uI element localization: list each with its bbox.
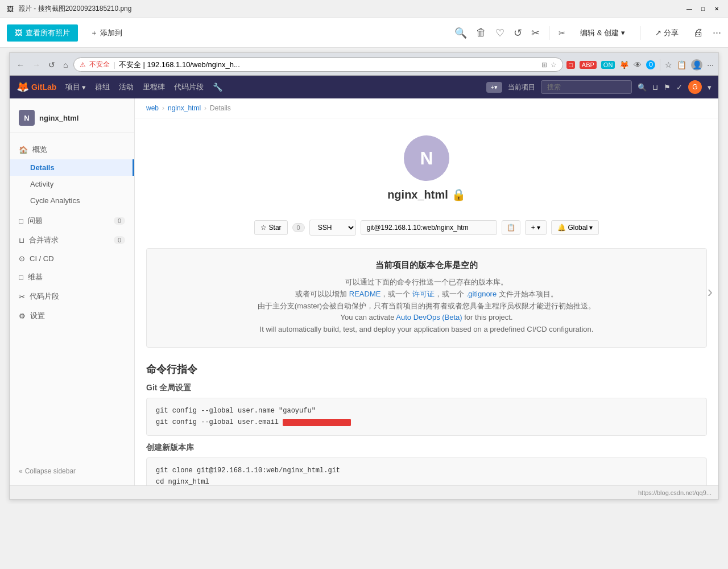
- chevron-down-icon: ▾: [621, 28, 625, 37]
- back-button[interactable]: ←: [14, 59, 27, 71]
- extension-icon-3[interactable]: ON: [601, 61, 615, 69]
- license-link[interactable]: 许可证: [412, 290, 435, 298]
- translate-icon[interactable]: ⊞: [541, 61, 547, 69]
- more-options-icon[interactable]: ···: [713, 27, 721, 39]
- sidebar-item-snippets[interactable]: ✂ 代码片段: [10, 287, 134, 306]
- gitlab-user-avatar[interactable]: G: [688, 80, 702, 94]
- auto-devops-link[interactable]: Auto DevOps (Beta): [396, 313, 462, 321]
- minimize-button[interactable]: —: [685, 5, 694, 14]
- forward-button[interactable]: →: [30, 59, 43, 71]
- gitlab-spanner-icon: 🔧: [213, 83, 222, 92]
- add-to-button[interactable]: ＋ 添加到: [85, 24, 128, 42]
- chevron-icon: ▾: [82, 83, 86, 92]
- rotate-icon[interactable]: ↺: [514, 27, 522, 39]
- extension-icon-6[interactable]: O: [646, 60, 655, 69]
- breadcrumb-nginx-html[interactable]: nginx_html: [168, 104, 201, 112]
- content-area: web › nginx_html › Details N nginx_html …: [135, 98, 718, 485]
- divider: [549, 26, 549, 40]
- crop-icon[interactable]: ✂: [531, 27, 540, 39]
- sidebar-item-activity[interactable]: Activity: [10, 176, 134, 192]
- gitlab-nav-projects[interactable]: 项目 ▾: [65, 82, 86, 92]
- address-input[interactable]: [119, 60, 538, 69]
- breadcrumb-web[interactable]: web: [146, 104, 159, 112]
- gitlab-search-input[interactable]: [541, 80, 632, 94]
- ci-cd-icon: ⊙: [19, 254, 25, 263]
- home-button[interactable]: ⌂: [61, 59, 70, 71]
- current-project-label: 当前项目: [508, 83, 535, 92]
- favorites-icon[interactable]: ☆: [665, 60, 672, 69]
- breadcrumb: web › nginx_html › Details: [135, 98, 718, 118]
- close-button[interactable]: ✕: [712, 5, 721, 14]
- reload-button[interactable]: ↺: [46, 59, 57, 71]
- gitlab-todo-icon[interactable]: ✓: [676, 83, 682, 92]
- gitlab-user-chevron-icon[interactable]: ▾: [708, 83, 712, 92]
- sidebar-item-wiki[interactable]: □ 维基: [10, 267, 134, 287]
- gitlab-search-icon[interactable]: 🔍: [638, 83, 647, 92]
- sidebar-item-ci-cd[interactable]: ⊙ CI / CD: [10, 250, 134, 267]
- gitlab-issues-icon[interactable]: ⚑: [664, 83, 671, 92]
- extension-icon-2[interactable]: ABP: [580, 61, 597, 69]
- add-icon: ＋: [90, 28, 98, 38]
- notify-button[interactable]: 🔔 Global ▾: [551, 220, 599, 235]
- sidebar-item-issues[interactable]: □ 问题 0: [10, 211, 134, 230]
- sidebar-collapse-btn[interactable]: « Collapse sidebar: [10, 463, 134, 480]
- main-layout: N nginx_html 🏠 概览 Details Activity Cycle…: [10, 98, 718, 485]
- snippets-icon: ✂: [19, 292, 25, 301]
- maximize-button[interactable]: □: [698, 5, 708, 14]
- delete-icon[interactable]: 🗑: [476, 27, 486, 39]
- new-repo-subsection: 创建新版本库 git clone git@192.168.1.10:web/ng…: [146, 443, 707, 485]
- gitlab-nav-milestones[interactable]: 里程碑: [143, 82, 165, 92]
- collections-icon[interactable]: 📋: [677, 60, 686, 69]
- global-setup-subsection: Git 全局设置 git config --global user.name "…: [146, 383, 707, 436]
- zoom-icon[interactable]: 🔍: [454, 27, 467, 39]
- edit-create-button[interactable]: 编辑 & 创建 ▾: [574, 24, 631, 42]
- ssh-bar: ☆ Star 0 SSH HTTPS git@192.168.1.10:web/…: [135, 213, 718, 242]
- share-button[interactable]: ↗ 分享: [650, 24, 684, 42]
- gitlab-header-right: +▾ 当前项目 🔍 ⊔ ⚑ ✓ G ▾: [486, 80, 712, 94]
- sidebar-overview-header[interactable]: 🏠 概览: [10, 140, 134, 159]
- issues-count: 0: [114, 217, 125, 225]
- sidebar-item-details[interactable]: Details: [10, 159, 134, 176]
- separator: [660, 59, 660, 71]
- print-icon[interactable]: 🖨: [693, 27, 704, 39]
- ssh-copy-button[interactable]: 📋: [502, 220, 520, 235]
- merge-request-count: 0: [114, 236, 125, 244]
- breadcrumb-sep-2: ›: [204, 104, 206, 112]
- extension-icon-4[interactable]: 🦊: [619, 60, 629, 69]
- project-hero-name: nginx_html 🔒: [146, 188, 707, 201]
- empty-repo-desc1: 可以通过下面的命令行推送一个已存在的版本库。: [158, 277, 695, 288]
- ssh-protocol-select[interactable]: SSH HTTPS: [309, 220, 356, 236]
- code-line-2: git config --global user.email: [156, 417, 697, 428]
- scroll-next-arrow[interactable]: ›: [708, 283, 713, 301]
- gitlab-merge-icon[interactable]: ⊔: [652, 83, 658, 92]
- gitlab-nav-activity[interactable]: 活动: [119, 82, 134, 92]
- star-button[interactable]: ☆ Star: [254, 220, 288, 235]
- gitlab-nav-snippets[interactable]: 代码片段: [174, 82, 204, 92]
- global-setup-code: git config --global user.name "gaoyufu" …: [146, 398, 707, 436]
- breadcrumb-sep-1: ›: [162, 104, 164, 112]
- extension-icon-5[interactable]: 👁: [634, 60, 642, 69]
- readme-link[interactable]: README: [349, 290, 381, 298]
- favorite-icon[interactable]: ♡: [495, 27, 504, 39]
- status-bar: https://blog.csdn.net/qq9...: [10, 485, 718, 499]
- sidebar-item-cycle-analytics[interactable]: Cycle Analytics: [10, 192, 134, 209]
- bookmark-icon[interactable]: ☆: [551, 61, 557, 69]
- sidebar-item-settings[interactable]: ⚙ 设置: [10, 306, 134, 325]
- gitlab-nav-groups[interactable]: 群组: [95, 82, 110, 92]
- photos-action-icons: 🔍 🗑 ♡ ↺ ✂ ✂ 编辑 & 创建 ▾ ↗ 分享 🖨 ···: [454, 24, 721, 42]
- profile-icon[interactable]: 👤: [691, 59, 702, 71]
- browser-toolbar-right: □ ABP ON 🦊 👁 O ☆ 📋 👤 ···: [566, 59, 714, 71]
- view-all-photos-button[interactable]: 🖼 查看所有照片: [7, 24, 78, 42]
- sidebar-project-name: nginx_html: [39, 114, 78, 122]
- breadcrumb-details: Details: [210, 104, 231, 112]
- extension-icon-1[interactable]: □: [566, 61, 575, 69]
- window-title: 照片 - 搜狗截图20200923185210.png: [18, 4, 131, 14]
- gitlab-fox-icon: 🦊: [16, 81, 29, 93]
- ssh-add-button[interactable]: + ▾: [525, 220, 547, 235]
- empty-repo-notice: 当前项目的版本仓库是空的 可以通过下面的命令行推送一个已存在的版本库。 或者可以…: [146, 248, 707, 348]
- sidebar-project-header: N nginx_html: [10, 105, 134, 133]
- menu-icon[interactable]: ···: [707, 60, 714, 69]
- sidebar-item-merge-requests[interactable]: ⊔ 合并请求 0: [10, 230, 134, 250]
- gitignore-link[interactable]: .gitignore: [466, 290, 497, 298]
- plus-dropdown-btn[interactable]: +▾: [486, 82, 502, 93]
